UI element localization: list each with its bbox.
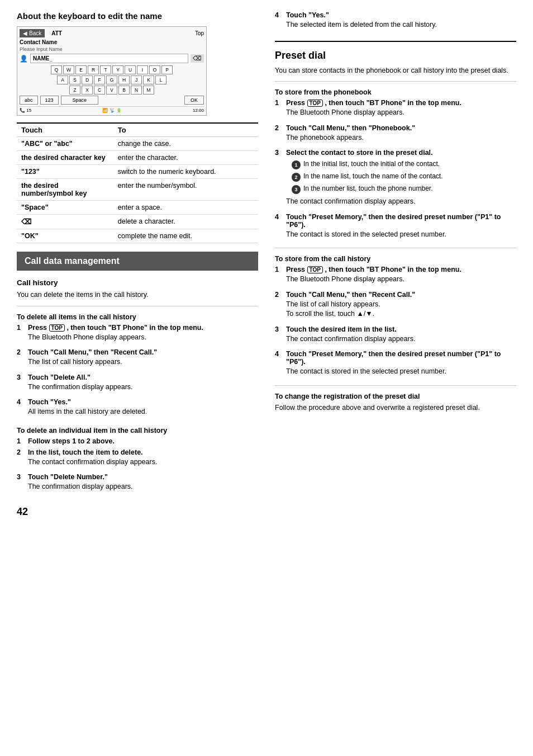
- sub-step-item: 1In the initial list, touch the initial …: [292, 160, 516, 169]
- step-item: 2In the list, touch the item to delete.T…: [17, 448, 258, 470]
- step-number: 4: [275, 350, 283, 358]
- step-number: 2: [275, 291, 283, 299]
- from-call-history-title: To store from the call history: [275, 255, 516, 263]
- kb-input-field[interactable]: NAME_: [30, 54, 188, 63]
- step-plain: All items in the call history are delete…: [28, 407, 258, 417]
- step-item: 4Touch "Preset Memory," then the desired…: [275, 350, 516, 380]
- kb-key-e[interactable]: E: [75, 65, 87, 74]
- kb-key-p[interactable]: P: [161, 65, 173, 74]
- step-bold: Follow steps 1 to 2 above.: [28, 437, 115, 445]
- kb-back-label: Back: [29, 30, 41, 36]
- step-plain: The confirmation display appears.: [28, 482, 258, 492]
- step-item: 3Select the contact to store in the pres…: [275, 149, 516, 210]
- step-number: 1: [17, 324, 25, 332]
- step-item: 3Touch "Delete All."The confirmation dis…: [17, 374, 258, 395]
- step-item: 4Touch "Yes."All items in the call histo…: [17, 398, 258, 420]
- table-row: ⌫delete a character.: [17, 215, 258, 229]
- step-item: 1Follow steps 1 to 2 above.: [17, 437, 258, 445]
- step-number: 3: [17, 374, 25, 381]
- step-item: 1Press TOP , then touch "BT Phone" in th…: [17, 324, 258, 346]
- kb-key-w[interactable]: W: [63, 65, 74, 74]
- kb-key-c[interactable]: C: [94, 86, 105, 94]
- step-bold: Press TOP , then touch "BT Phone" in the…: [28, 324, 203, 332]
- call-history-intro: You can delete the items in the call his…: [17, 290, 258, 300]
- sub-step-num: 3: [292, 185, 301, 194]
- to-cell: complete the name edit.: [113, 229, 258, 243]
- step-number: 4: [275, 213, 283, 221]
- kb-key-r[interactable]: R: [88, 65, 99, 74]
- step-item: 3Touch "Delete Number."The confirmation …: [17, 473, 258, 495]
- step-bold: Select the contact to store in the prese…: [286, 149, 433, 157]
- kb-key-g[interactable]: G: [106, 75, 117, 84]
- kb-key-i[interactable]: I: [137, 65, 148, 74]
- kb-key-a[interactable]: A: [57, 75, 68, 84]
- table-row: the desired character keyenter the chara…: [17, 151, 258, 165]
- step4-num: 4: [275, 11, 283, 19]
- kb-key-b[interactable]: B: [118, 86, 130, 94]
- kb-key-x[interactable]: X: [82, 86, 93, 94]
- kb-ok-btn[interactable]: OK: [184, 96, 204, 105]
- step4-item: 4 Touch "Yes." The selected item is dele…: [275, 11, 516, 33]
- step-number: 1: [17, 437, 25, 445]
- delete-all-title: To delete all items in the call history: [17, 313, 258, 321]
- step-plain: The Bluetooth Phone display appears.: [28, 333, 258, 343]
- kb-key-z[interactable]: Z: [69, 86, 80, 94]
- kb-backspace-btn[interactable]: ⌫: [191, 54, 204, 63]
- step-plain: The contact confirmation display appears…: [286, 334, 516, 344]
- keyboard-image: ◀ Back ATT Top Contact Name Please Input…: [17, 26, 207, 116]
- to-cell: switch to the numeric keyboard.: [113, 165, 258, 179]
- kb-key-n[interactable]: N: [131, 86, 142, 94]
- kb-key-y[interactable]: Y: [112, 65, 123, 74]
- step-plain: The list of call history appears.To scro…: [286, 300, 516, 319]
- touch-cell: "Space": [17, 201, 113, 215]
- step-number: 2: [17, 448, 25, 456]
- kb-key-l[interactable]: L: [155, 75, 166, 84]
- step4-plain: The selected item is deleted from the ca…: [286, 20, 516, 30]
- sub-step-text: In the name list, touch the name of the …: [303, 172, 442, 180]
- step-plain: The Bluetooth Phone display appears.: [286, 275, 516, 285]
- kb-key-m[interactable]: M: [143, 86, 154, 94]
- kb-status-icons: 📶 📡 🔋: [102, 108, 121, 113]
- step-item: 2Touch "Call Menu," then "Recent Call."T…: [275, 291, 516, 322]
- kb-key-o[interactable]: O: [149, 65, 160, 74]
- kb-space-btn[interactable]: Space: [61, 96, 99, 105]
- touch-col-header: Touch: [17, 123, 113, 137]
- kb-key-t[interactable]: T: [100, 65, 111, 74]
- table-row: "123"switch to the numeric keyboard.: [17, 165, 258, 179]
- change-reg-title: To change the registration of the preset…: [275, 393, 516, 400]
- step-item: 3Touch the desired item in the list.The …: [275, 325, 516, 347]
- kb-top-label: Top: [195, 30, 204, 36]
- step-number: 4: [17, 398, 25, 406]
- kb-key-h[interactable]: H: [118, 75, 130, 84]
- to-cell: change the case.: [113, 137, 258, 151]
- kb-abc-btn[interactable]: abc: [20, 96, 38, 105]
- sub-step-item: 2In the name list, touch the name of the…: [292, 172, 516, 182]
- step-number: 1: [275, 266, 283, 273]
- kb-key-d[interactable]: D: [82, 75, 93, 84]
- to-cell: enter the character.: [113, 151, 258, 165]
- step-bold: Touch "Call Menu," then "Recent Call.": [28, 348, 157, 356]
- kb-key-v[interactable]: V: [106, 86, 117, 94]
- kb-key-u[interactable]: U: [125, 65, 136, 74]
- table-row: "Space"enter a space.: [17, 201, 258, 215]
- kb-key-f[interactable]: F: [94, 75, 105, 84]
- section-banner: Call data management: [17, 252, 258, 271]
- sub-step-text: In the initial list, touch the initial o…: [303, 160, 440, 168]
- kb-key-q[interactable]: Q: [51, 65, 62, 74]
- kb-key-s[interactable]: S: [69, 75, 80, 84]
- touch-table: Touch To "ABC" or "abc"change the case.t…: [17, 122, 258, 243]
- step-bold: Touch "Preset Memory," then the desired …: [286, 213, 501, 229]
- step-item: 1Press TOP , then touch "BT Phone" in th…: [275, 99, 516, 121]
- table-row: "OK"complete the name edit.: [17, 229, 258, 243]
- step-plain: The Bluetooth Phone display appears.: [286, 108, 516, 118]
- kb-back-btn[interactable]: ◀ Back: [20, 29, 45, 37]
- to-cell: enter the number/symbol.: [113, 179, 258, 201]
- kb-key-j[interactable]: J: [131, 75, 142, 84]
- kb-key-k[interactable]: K: [143, 75, 154, 84]
- step-bold: Touch "Call Menu," then "Phonebook.": [286, 124, 415, 132]
- table-row: the desired number/symbol keyenter the n…: [17, 179, 258, 201]
- step-item: 1Press TOP , then touch "BT Phone" in th…: [275, 266, 516, 287]
- step-bold: Touch "Delete Number.": [28, 473, 108, 481]
- touch-cell: the desired number/symbol key: [17, 179, 113, 201]
- kb-123-btn[interactable]: 123: [40, 96, 59, 105]
